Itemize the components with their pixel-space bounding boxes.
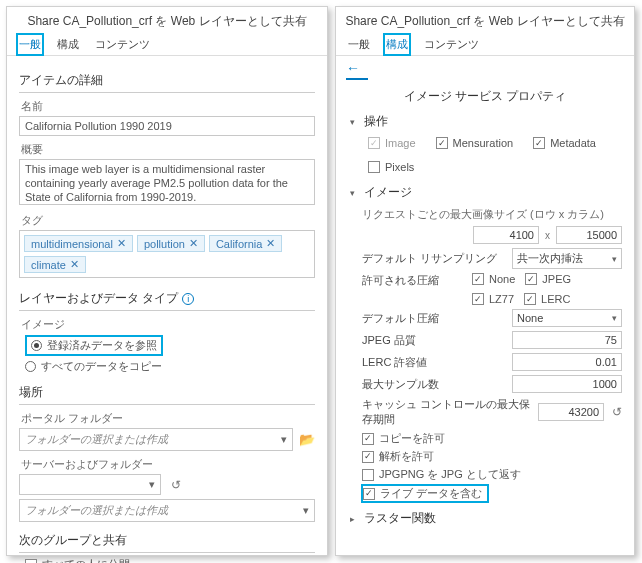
max-cols-input[interactable] <box>556 226 622 244</box>
tag-item[interactable]: pollution✕ <box>137 235 205 252</box>
share-panel-config: Share CA_Pollution_crf を Web レイヤーとして共有 一… <box>335 6 635 556</box>
resample-select[interactable]: 共一次内挿法▾ <box>512 248 622 269</box>
radio-icon <box>31 340 42 351</box>
item-details-heading: アイテムの詳細 <box>19 72 315 93</box>
checkbox-icon <box>524 293 536 305</box>
checkbox-icon <box>472 293 484 305</box>
allowed-compression-label: 許可される圧縮 <box>362 273 439 288</box>
check-none[interactable]: None <box>472 273 515 285</box>
radio-copy-data[interactable]: すべてのデータをコピー <box>25 359 315 374</box>
tab-general[interactable]: 一般 <box>346 34 372 55</box>
panel-title: Share CA_Pollution_crf を Web レイヤーとして共有 <box>7 7 327 34</box>
portal-folder-combo[interactable]: フォルダーの選択または作成▾ <box>19 428 293 451</box>
tab-config[interactable]: 構成 <box>384 34 410 55</box>
lerc-tolerance-label: LERC 許容値 <box>362 355 427 370</box>
max-rows-input[interactable] <box>473 226 539 244</box>
share-panel-general: Share CA_Pollution_crf を Web レイヤーとして共有 一… <box>6 6 328 556</box>
tag-item[interactable]: multidimensional✕ <box>24 235 133 252</box>
checkbox-icon <box>436 137 448 149</box>
summary-label: 概要 <box>21 142 315 157</box>
tags-field[interactable]: multidimensional✕ pollution✕ California✕… <box>19 230 315 278</box>
check-pixels[interactable]: Pixels <box>368 161 414 173</box>
checkbox-icon <box>362 433 374 445</box>
checkbox-icon <box>368 161 380 173</box>
portal-folder-label: ポータル フォルダー <box>21 411 315 426</box>
checkbox-icon <box>368 137 380 149</box>
tab-content[interactable]: コンテンツ <box>422 34 481 55</box>
resample-label: デフォルト リサンプリング <box>362 251 497 266</box>
service-properties-title: イメージ サービス プロパティ <box>336 88 634 105</box>
chevron-down-icon: ▾ <box>149 478 155 491</box>
tabs: 一般 構成 コンテンツ <box>336 34 634 56</box>
name-label: 名前 <box>21 99 315 114</box>
tabs: 一般 構成 コンテンツ <box>7 34 327 56</box>
cache-max-age-input[interactable] <box>538 403 604 421</box>
tag-remove-icon[interactable]: ✕ <box>189 237 198 250</box>
check-lerc[interactable]: LERC <box>524 293 570 305</box>
image-expander[interactable]: ▾イメージ <box>350 184 622 201</box>
image-label: イメージ <box>21 317 315 332</box>
max-samples-label: 最大サンプル数 <box>362 377 439 392</box>
tags-label: タグ <box>21 213 315 228</box>
server-combo[interactable]: ▾ <box>19 474 161 495</box>
collapse-icon: ▾ <box>350 117 360 127</box>
operations-expander[interactable]: ▾操作 <box>350 113 622 130</box>
check-jpeg[interactable]: JPEG <box>525 273 571 285</box>
check-jpgpng-as-jpg[interactable]: JPGPNG を JPG として返す <box>362 467 622 482</box>
reset-icon[interactable]: ↺ <box>171 478 181 492</box>
back-underline <box>346 78 368 80</box>
jpeg-quality-input[interactable] <box>512 331 622 349</box>
check-image: Image <box>368 137 416 149</box>
server-folder-combo[interactable]: フォルダーの選択または作成▾ <box>19 499 315 522</box>
max-samples-input[interactable] <box>512 375 622 393</box>
tag-item[interactable]: climate✕ <box>24 256 86 273</box>
radio-icon <box>25 361 36 372</box>
lerc-tolerance-input[interactable] <box>512 353 622 371</box>
chevron-down-icon: ▾ <box>281 433 287 446</box>
tag-remove-icon[interactable]: ✕ <box>266 237 275 250</box>
name-input[interactable] <box>19 116 315 136</box>
checkbox-icon <box>25 559 37 564</box>
tag-remove-icon[interactable]: ✕ <box>117 237 126 250</box>
checkbox-icon <box>525 273 537 285</box>
checkbox-icon <box>362 469 374 481</box>
check-everyone[interactable]: すべての人に公開 <box>25 557 315 563</box>
max-size-label: リクエストごとの最大画像サイズ (ロウ x カラム) <box>362 207 622 222</box>
x-label: x <box>545 230 550 241</box>
check-allow-analysis[interactable]: 解析を許可 <box>362 449 622 464</box>
checkbox-icon <box>363 488 375 500</box>
tag-remove-icon[interactable]: ✕ <box>70 258 79 271</box>
server-folder-label: サーバーおよびフォルダー <box>21 457 315 472</box>
jpeg-quality-label: JPEG 品質 <box>362 333 416 348</box>
cache-max-age-label: キャッシュ コントロールの最大保存期間 <box>362 397 538 427</box>
tab-content[interactable]: コンテンツ <box>93 34 152 55</box>
info-icon[interactable]: i <box>182 293 194 305</box>
check-mensuration[interactable]: Mensuration <box>436 137 514 149</box>
tab-general[interactable]: 一般 <box>17 34 43 55</box>
summary-textarea[interactable]: This image web layer is a multidimension… <box>19 159 315 205</box>
check-allow-copy[interactable]: コピーを許可 <box>362 431 622 446</box>
tab-config[interactable]: 構成 <box>55 34 81 55</box>
check-metadata[interactable]: Metadata <box>533 137 596 149</box>
chevron-down-icon: ▾ <box>303 504 309 517</box>
checkbox-icon <box>472 273 484 285</box>
chevron-down-icon: ▾ <box>612 254 617 264</box>
expand-icon: ▸ <box>350 514 360 524</box>
browse-folder-icon[interactable]: 📂 <box>299 432 315 447</box>
share-heading: 次のグループと共有 <box>19 532 315 553</box>
default-compression-select[interactable]: None▾ <box>512 309 622 327</box>
checkbox-icon <box>533 137 545 149</box>
location-heading: 場所 <box>19 384 315 405</box>
panel-title: Share CA_Pollution_crf を Web レイヤーとして共有 <box>336 7 634 34</box>
collapse-icon: ▾ <box>350 188 360 198</box>
back-arrow-icon[interactable]: ← <box>346 60 624 76</box>
check-include-live-data[interactable]: ライブ データを含む <box>362 485 488 502</box>
radio-reference-data[interactable]: 登録済みデータを参照 <box>25 335 163 356</box>
reset-icon[interactable]: ↺ <box>612 405 622 419</box>
layer-data-heading: レイヤーおよびデータ タイプi <box>19 290 315 311</box>
raster-functions-expander[interactable]: ▸ラスター関数 <box>350 510 622 527</box>
checkbox-icon <box>362 451 374 463</box>
tag-item[interactable]: California✕ <box>209 235 282 252</box>
default-compression-label: デフォルト圧縮 <box>362 311 439 326</box>
check-lz77[interactable]: LZ77 <box>472 293 514 305</box>
